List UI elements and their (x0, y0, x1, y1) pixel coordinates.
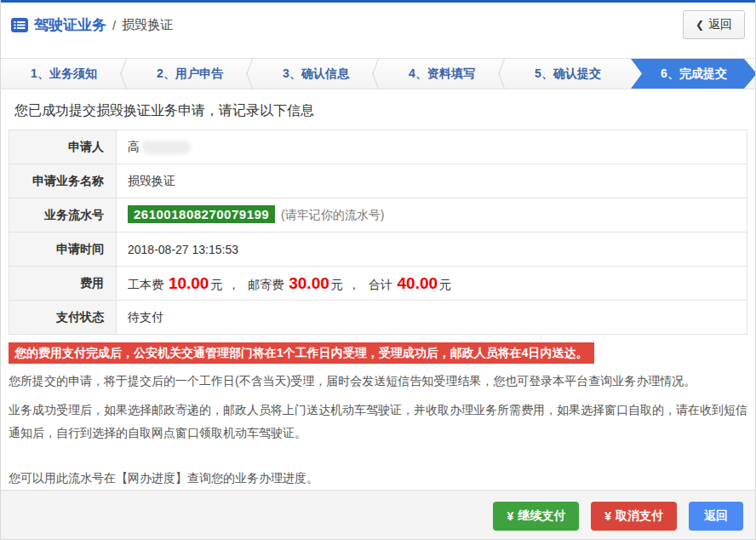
fee-cost-label: 工本费 (128, 278, 163, 291)
table-row-serial: 业务流水号 261001808270079199 (请牢记你的流水号) (9, 198, 747, 233)
list-icon (11, 18, 28, 32)
page: 驾驶证业务 / 损毁换证 ❮ 返回 1、业务须知 2、用户申告 3、确认信息 4… (0, 0, 756, 540)
step-2-user-declaration: 2、用户申告 (127, 59, 253, 89)
table-row-business-name: 申请业务名称 损毁换证 (9, 164, 747, 198)
row-label: 费用 (9, 267, 117, 301)
table-row-fee: 费用 工本费 10.00元， 邮寄费 30.00元， 合计 40.00元 (9, 267, 747, 301)
pay-status-value: 待支付 (117, 301, 747, 335)
step-1-business-notice: 1、业务须知 (1, 59, 127, 89)
fee-postage-amount: 30.00 (289, 274, 329, 292)
chevron-left-icon: ❮ (696, 19, 704, 31)
continue-pay-button[interactable]: ¥ 继续支付 (493, 502, 579, 531)
warning-banner: 您的费用支付完成后，公安机关交通管理部门将在1个工作日内受理，受理成功后，邮政人… (9, 342, 594, 364)
row-label: 申请时间 (9, 233, 117, 267)
table-row-apply-time: 申请时间 2018-08-27 13:15:53 (9, 233, 747, 267)
fee-unit: 元 (210, 278, 222, 291)
fee-unit: 元 (331, 278, 343, 291)
row-label: 支付状态 (9, 301, 117, 335)
table-row-pay-status: 支付状态 待支付 (9, 301, 747, 335)
step-4-fill-data: 4、资料填写 (379, 59, 505, 89)
step-5-confirm-submit: 5、确认提交 (505, 59, 631, 89)
fee-total-amount: 40.00 (398, 274, 438, 292)
redacted-name-blur (141, 141, 191, 154)
serial-note: (请牢记你的流水号) (281, 208, 384, 221)
back-button-label: 返回 (708, 17, 732, 32)
cancel-pay-button[interactable]: ¥ 取消支付 (591, 502, 677, 531)
breadcrumb: 驾驶证业务 / 损毁换证 (11, 15, 173, 35)
notice-paragraph-1: 您所提交的申请，将于提交后的一个工作日(不含当天)受理，届时会发送短信告知受理结… (9, 370, 747, 393)
steps-bar: 1、业务须知 2、用户申告 3、确认信息 4、资料填写 5、确认提交 6、完成提… (1, 58, 755, 89)
step-6-complete-submit-active: 6、完成提交 (631, 59, 756, 89)
serial-number-badge: 261001808270079199 (128, 205, 275, 223)
yen-icon: ¥ (604, 509, 611, 523)
fee-postage-label: 邮寄费 (248, 278, 284, 291)
breadcrumb-section[interactable]: 驾驶证业务 (34, 15, 106, 35)
notice-paragraph-3: 您可以用此流水号在【网办进度】查询您的业务办理进度。 (9, 467, 747, 490)
applicant-name: 高 (128, 140, 140, 153)
table-row-applicant: 申请人 高 (9, 130, 747, 164)
step-label: 4、资料填写 (409, 66, 475, 82)
breadcrumb-current: 损毁换证 (122, 17, 173, 33)
yen-icon: ¥ (507, 509, 513, 523)
fee-cost-amount: 10.00 (169, 274, 209, 292)
step-label: 1、业务须知 (31, 66, 97, 82)
step-3-confirm-info: 3、确认信息 (253, 59, 379, 89)
fee-separator: ， (227, 278, 239, 291)
fee-unit: 元 (439, 278, 451, 291)
footer-actions: ¥ 继续支付 ¥ 取消支付 返回 (1, 490, 755, 540)
continue-pay-label: 继续支付 (518, 508, 565, 524)
step-label: 6、完成提交 (661, 66, 727, 82)
step-label: 3、确认信息 (283, 66, 349, 82)
fee-separator: ， (348, 278, 360, 291)
cancel-pay-label: 取消支付 (616, 508, 663, 524)
step-label: 2、用户申告 (157, 66, 223, 82)
return-button[interactable]: 返回 (689, 502, 743, 531)
success-message: 您已成功提交损毁换证业务申请，请记录以下信息 (14, 102, 742, 120)
notice-paragraph-2: 业务成功受理后，如果选择邮政寄递的，邮政人员将上门送达机动车驾驶证，并收取办理业… (9, 399, 747, 445)
return-label: 返回 (704, 508, 728, 524)
row-label: 申请业务名称 (9, 164, 117, 198)
apply-time-value: 2018-08-27 13:15:53 (117, 233, 747, 267)
row-label: 申请人 (9, 130, 117, 164)
row-label: 业务流水号 (9, 198, 117, 233)
business-name-value: 损毁换证 (117, 164, 747, 198)
back-button[interactable]: ❮ 返回 (683, 10, 745, 39)
header: 驾驶证业务 / 损毁换证 ❮ 返回 (1, 3, 755, 47)
step-label: 5、确认提交 (535, 66, 601, 82)
result-info-table: 申请人 高 申请业务名称 损毁换证 业务流水号 2610018082700791… (9, 129, 747, 335)
warning-wrap: 您的费用支付完成后，公安机关交通管理部门将在1个工作日内受理，受理成功后，邮政人… (9, 342, 747, 364)
breadcrumb-separator: / (112, 18, 116, 32)
fee-total-label: 合计 (369, 278, 392, 291)
